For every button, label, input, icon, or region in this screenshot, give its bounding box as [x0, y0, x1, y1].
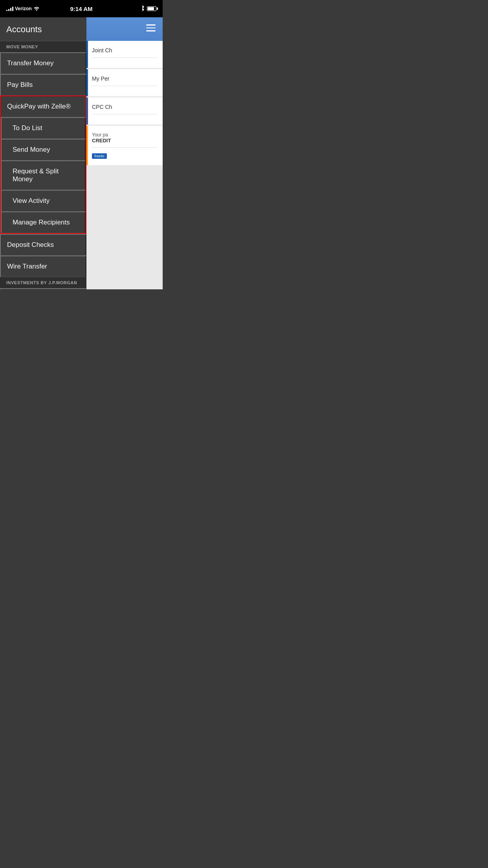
section-label-move-money: MOVE MONEY [0, 41, 86, 52]
card-title-joint: Joint Ch [92, 47, 157, 53]
status-time: 9:14 AM [70, 6, 93, 12]
sidebar-item-pay-bills[interactable]: Pay Bills [0, 74, 86, 96]
sidebar-item-send-money[interactable]: Send Money [1, 139, 86, 160]
quickpay-section: QuickPay with Zelle® To Do List Send Mon… [0, 96, 86, 234]
sidebar-item-quickpay-zelle[interactable]: QuickPay with Zelle® [1, 96, 86, 117]
sidebar-item-view-activity[interactable]: View Activity [1, 190, 86, 211]
card-divider-2 [92, 86, 157, 86]
status-right [140, 5, 156, 13]
hamburger-line-3 [146, 30, 156, 31]
account-card-cpc[interactable]: CPC Ch [86, 97, 163, 125]
main-layout: Accounts MOVE MONEY Transfer Money Pay B… [0, 17, 163, 289]
sidebar-header: Accounts [0, 17, 86, 41]
card-divider-3 [92, 114, 157, 114]
account-card-credit[interactable]: Your pa CREDIT freedo [86, 126, 163, 165]
freedom-badge-text: freedo [94, 154, 105, 158]
card-credit-label: CREDIT [92, 138, 157, 143]
hamburger-menu-button[interactable] [144, 22, 158, 34]
accounts-cards-area: Joint Ch My Per CPC Ch Your pa CREDIT fr… [86, 41, 163, 289]
account-card-my-personal[interactable]: My Per [86, 69, 163, 96]
bluetooth-icon [140, 5, 145, 13]
sidebar-item-deposit-checks[interactable]: Deposit Checks [0, 234, 86, 256]
hamburger-line-1 [146, 24, 156, 26]
sidebar-item-transfer-money[interactable]: Transfer Money [0, 52, 86, 74]
sidebar-item-request-split-money[interactable]: Request & Split Money [1, 160, 86, 190]
card-payment-label: Your pa [92, 132, 157, 138]
sidebar: Accounts MOVE MONEY Transfer Money Pay B… [0, 17, 86, 289]
signal-icon [6, 6, 13, 11]
hamburger-line-2 [146, 28, 156, 29]
wifi-icon [33, 6, 40, 12]
status-left: Verizon [6, 6, 40, 12]
sidebar-item-wire-transfer[interactable]: Wire Transfer [0, 256, 86, 277]
account-card-joint-checking[interactable]: Joint Ch [86, 41, 163, 68]
right-panel: Joint Ch My Per CPC Ch Your pa CREDIT fr… [86, 17, 163, 289]
freedom-badge: freedo [92, 153, 107, 159]
card-title-cpc: CPC Ch [92, 104, 157, 110]
card-divider [92, 57, 157, 58]
carrier-label: Verizon [15, 6, 32, 11]
sidebar-item-manage-recipients[interactable]: Manage Recipients [1, 211, 86, 233]
sidebar-item-to-do-list[interactable]: To Do List [1, 117, 86, 139]
sidebar-title: Accounts [6, 24, 42, 34]
sidebar-item-markets[interactable]: Markets [0, 288, 86, 289]
battery-icon [147, 6, 156, 11]
status-bar: Verizon 9:14 AM [0, 0, 163, 17]
card-title-personal: My Per [92, 75, 157, 82]
card-divider-4 [92, 147, 157, 148]
section-label-investments: INVESTMENTS BY J.P.Morgan [0, 277, 86, 288]
